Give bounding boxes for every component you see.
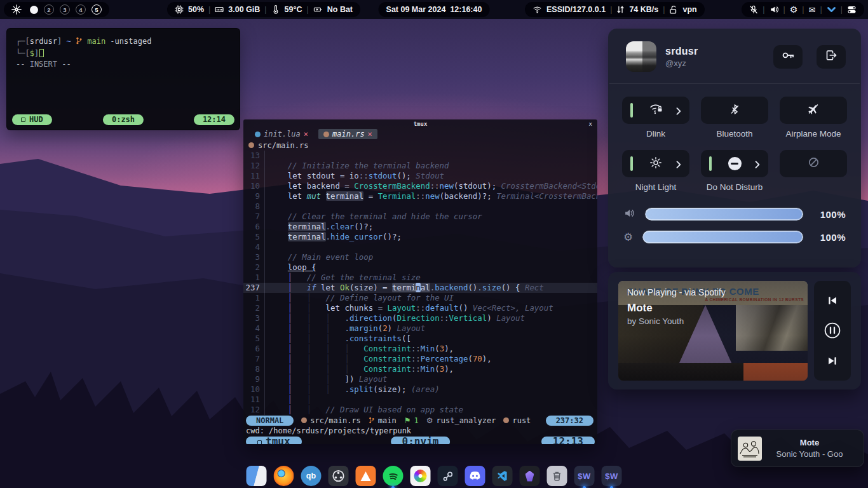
- code-line[interactable]: 9 let mut terminal = Terminal::new(backe…: [243, 191, 597, 201]
- code-text: // Initialize the terminal backend: [265, 161, 449, 171]
- code-line[interactable]: 3 // Main event loop: [243, 252, 597, 262]
- dock-steam[interactable]: [438, 466, 458, 486]
- editor-window[interactable]: tmux x init.lua × main.rs × src/main.rs …: [243, 119, 597, 444]
- code-line[interactable]: 11 let stdout = io::stdout(); Stdout: [243, 171, 597, 181]
- tmux-clock-pill: 12:13: [541, 437, 595, 444]
- code-line[interactable]: 8: [243, 201, 597, 212]
- panel-chevron-down-icon[interactable]: [827, 6, 836, 14]
- code-line[interactable]: 10 let backend = CrosstermBackend::new(s…: [243, 181, 597, 191]
- chevron-right-icon[interactable]: [676, 159, 681, 171]
- clock-module[interactable]: Sat 09 Mar 2024 12:16:40: [379, 2, 490, 17]
- code-line[interactable]: 2 loop {: [243, 262, 597, 273]
- brightness-slider[interactable]: [642, 230, 804, 244]
- code-line[interactable]: 12 │ │ // Draw UI based on app state: [243, 405, 597, 415]
- volume-slider[interactable]: [644, 207, 804, 221]
- blocked-toggle-button[interactable]: [780, 150, 847, 177]
- line-number: 9: [243, 374, 265, 384]
- pause-button[interactable]: [824, 322, 841, 339]
- tab-close-icon[interactable]: ×: [304, 130, 308, 139]
- code-line[interactable]: 7 │ │ │ │ Constraint::Percentage(70),: [243, 354, 597, 364]
- code-line[interactable]: 5 │ │ │ .constraints([: [243, 334, 597, 344]
- quick-settings-icon[interactable]: [847, 5, 857, 14]
- dock-firefox[interactable]: [274, 466, 294, 486]
- dock-trash[interactable]: [547, 466, 567, 486]
- tmux-window-pill[interactable]: 0:zsh: [103, 114, 144, 125]
- tab-main-rs[interactable]: main.rs ×: [318, 129, 377, 139]
- track-title: Mote: [627, 302, 653, 315]
- logout-button[interactable]: [817, 45, 846, 69]
- photos-flower-icon: [414, 470, 427, 482]
- code-line[interactable]: 13: [243, 151, 597, 161]
- code-line[interactable]: 12 // Initialize the terminal backend: [243, 161, 597, 171]
- bluetooth-toggle-button[interactable]: [701, 97, 768, 124]
- line-number: 6: [243, 222, 265, 232]
- workspace-2[interactable]: 2: [44, 4, 54, 15]
- code-text: │ │ │ .margin(2) Layout: [265, 323, 425, 334]
- dock-file-manager[interactable]: [247, 466, 267, 486]
- active-indicator: [709, 156, 712, 171]
- terminal-window[interactable]: ┌─[srdusr] ~ main -unstaged └─[$] -- INS…: [6, 28, 240, 130]
- chevron-right-icon[interactable]: [755, 159, 760, 171]
- airplane-toggle-button[interactable]: [780, 97, 847, 124]
- dock-qbittorrent[interactable]: qb: [301, 466, 322, 486]
- code-line[interactable]: 1 │ // Get the terminal size: [243, 273, 597, 283]
- dock-photos[interactable]: [410, 466, 431, 486]
- previous-track-button[interactable]: [827, 295, 838, 306]
- tmux-session-pill[interactable]: HUD: [12, 114, 52, 125]
- code-line[interactable]: 9 │ │ │ ]) Layout: [243, 374, 597, 384]
- settings-gear-icon[interactable]: ⚙: [790, 4, 798, 15]
- nightlight-toggle-button[interactable]: [622, 150, 689, 177]
- statusline-language: rust: [503, 416, 531, 425]
- tmux-window-pill[interactable]: 0:nvim: [391, 437, 451, 444]
- code-line[interactable]: 8 │ │ │ │ Constraint::Min(3),: [243, 364, 597, 374]
- wifi-icon: [532, 5, 542, 14]
- wifi-toggle-button[interactable]: [622, 97, 689, 124]
- code-text: let backend = CrosstermBackend::new(stdo…: [265, 181, 597, 191]
- dnd-toggle-button[interactable]: [701, 150, 768, 177]
- workspace-3[interactable]: 3: [60, 4, 70, 15]
- mail-icon[interactable]: ✉: [809, 5, 816, 15]
- code-line[interactable]: 5 terminal.hide_cursor()?;: [243, 232, 597, 242]
- workspace-5[interactable]: 5: [92, 4, 102, 15]
- tmux-session-pill[interactable]: tmux: [246, 437, 302, 444]
- dock-obsidian[interactable]: [520, 466, 540, 486]
- sun-icon: [649, 156, 662, 172]
- code-line[interactable]: 7 // Clear the terminal and hide the cur…: [243, 212, 597, 222]
- code-line[interactable]: 3 │ │ │ .direction(Direction::Vertical) …: [243, 313, 597, 323]
- tab-close-icon[interactable]: ×: [368, 130, 372, 139]
- network-module[interactable]: ESSID/127.0.0.1 | 74 KB/s | vpn: [525, 2, 705, 17]
- dock-discord[interactable]: [465, 466, 485, 486]
- dock-vscode[interactable]: [492, 466, 513, 486]
- launcher-star-icon[interactable]: [11, 4, 22, 15]
- code-line[interactable]: 237 │ if let Ok(size) = terminal.backend…: [243, 283, 597, 293]
- notification-texts: Mote Sonic Youth - Goo: [762, 438, 857, 459]
- volume-icon[interactable]: [770, 5, 779, 14]
- workspace-4[interactable]: 4: [76, 4, 86, 15]
- dock-sw-app-2[interactable]: $W: [602, 466, 622, 486]
- microphone-muted-icon[interactable]: [749, 5, 758, 14]
- notification-toast[interactable]: Mote Sonic Youth - Goo: [731, 430, 864, 467]
- code-line[interactable]: 4: [243, 242, 597, 252]
- dock: qb $W $W: [247, 466, 622, 486]
- dock-spotify[interactable]: [383, 466, 403, 486]
- dock-sw-app[interactable]: $W: [574, 466, 595, 486]
- code-line[interactable]: 1 │ │ // Define layout for the UI: [243, 293, 597, 303]
- code-line[interactable]: 2 │ │ let chunks = Layout::default() Vec…: [243, 303, 597, 313]
- separator: |: [264, 5, 266, 14]
- lock-keys-button[interactable]: [773, 45, 803, 69]
- system-stats-module: 50% | 3.00 GiB | 59°C | No Bat: [167, 2, 360, 17]
- code-line[interactable]: 10 │ │ │ .split(size); (area): [243, 384, 597, 395]
- code-line[interactable]: 11 │ │: [243, 395, 597, 405]
- window-title: tmux: [243, 121, 597, 127]
- code-line[interactable]: 6 │ │ │ │ Constraint::Min(3),: [243, 344, 597, 354]
- next-track-button[interactable]: [827, 355, 838, 367]
- tab-init-lua[interactable]: init.lua ×: [250, 129, 313, 139]
- workspace-1[interactable]: [30, 6, 38, 14]
- code-line[interactable]: 4 │ │ │ .margin(2) Layout: [243, 323, 597, 334]
- chevron-right-icon[interactable]: [676, 106, 681, 118]
- dock-vlc[interactable]: [356, 466, 376, 486]
- window-close-button[interactable]: x: [589, 121, 592, 127]
- separator: |: [663, 5, 665, 14]
- code-line[interactable]: 6 terminal.clear()?;: [243, 222, 597, 232]
- dock-obs[interactable]: [329, 466, 349, 486]
